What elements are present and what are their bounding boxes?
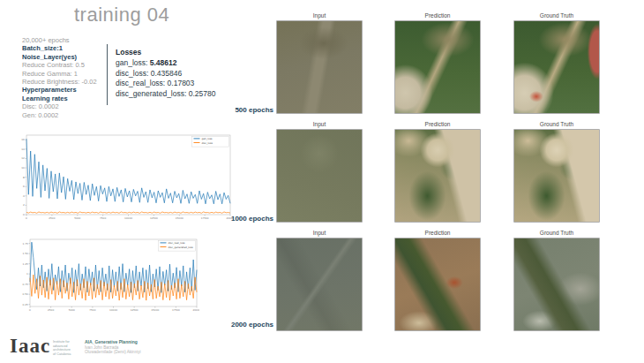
loss-value: 5.48612: [147, 58, 176, 67]
row-label-500-epochs: 500 epochs: [198, 106, 273, 114]
param-line: Noise_Layer(yes): [22, 53, 97, 61]
loss-line: disc_loss: 0.435846: [116, 69, 226, 79]
svg-text:6: 6: [23, 185, 25, 188]
column-header-ground-truth: Ground Truth: [514, 230, 599, 236]
slide-title: training 04: [74, 4, 169, 26]
institute-text: Institute foradvancedarchitectureof Cata…: [53, 340, 71, 356]
column-header-prediction: Prediction: [395, 121, 480, 127]
author-names: Ivan John BarzadaOluwademilade (Demi) Ak…: [85, 345, 141, 355]
loss-label: gan_loss:: [116, 58, 147, 67]
svg-text:12500: 12500: [131, 308, 139, 312]
gan-loss-chart-plot: 0246810121416025005000750010000125001500…: [16, 132, 233, 223]
loss-line: disc_generated_loss: 0.25780: [116, 89, 226, 100]
satellite-tile-2000-input: [277, 238, 362, 330]
loss-label: disc_generated_loss:: [116, 89, 186, 98]
svg-text:0: 0: [26, 216, 27, 220]
svg-text:0: 0: [29, 308, 31, 312]
svg-text:1: 1: [26, 272, 28, 276]
param-line: 20,000+ epochs: [22, 36, 97, 44]
svg-text:disc_loss: disc_loss: [202, 141, 213, 145]
svg-text:10: 10: [21, 166, 25, 170]
param-line: Batch_size:1: [22, 44, 97, 52]
svg-text:5000: 5000: [69, 308, 75, 312]
hyperparameter-list: 20,000+ epochsBatch_size:1Noise_Layer(ye…: [22, 36, 97, 119]
satellite-tile-1000-prediction: [395, 130, 480, 222]
gan-loss-chart: 0246810121416025005000750010000125001500…: [16, 132, 233, 223]
svg-text:10000: 10000: [109, 308, 117, 312]
losses-title: Losses: [116, 48, 226, 58]
disc-loss-chart-plot: 0.250.500.7511.251.501.75025005000750010…: [19, 236, 199, 314]
loss-value: 0.25780: [186, 89, 215, 98]
loss-value: 0.435846: [148, 69, 182, 78]
svg-text:10000: 10000: [124, 216, 132, 220]
loss-label: disc_loss:: [116, 69, 148, 78]
loss-value: 0.17803: [165, 79, 194, 87]
loss-label: disc_real_loss:: [116, 79, 165, 87]
disc-loss-chart: 0.250.500.7511.251.501.75025005000750010…: [19, 236, 199, 314]
loss-line: gan_loss: 5.48612: [116, 58, 226, 69]
svg-text:gan_loss: gan_loss: [202, 137, 213, 140]
svg-text:1.25: 1.25: [23, 262, 28, 266]
svg-text:17500: 17500: [172, 308, 180, 312]
satellite-tile-500-input: [277, 21, 362, 113]
svg-text:8: 8: [23, 176, 25, 179]
svg-text:7500: 7500: [89, 308, 95, 312]
svg-text:12: 12: [21, 156, 25, 160]
column-header-ground-truth: Ground Truth: [514, 12, 599, 19]
losses-box: Losses gan_loss: 5.48612disc_loss: 0.435…: [107, 44, 226, 105]
institute-line: of Catalonia: [53, 352, 71, 357]
satellite-tile-2000-prediction: [395, 238, 480, 330]
svg-text:2500: 2500: [49, 216, 55, 220]
svg-text:7500: 7500: [100, 216, 106, 220]
author-name: Oluwademilade (Demi) Akinniyi: [85, 350, 141, 355]
row-label-2000-epochs: 2000 epochs: [198, 321, 273, 329]
column-header-input: Input: [277, 230, 362, 236]
svg-text:20000: 20000: [193, 308, 199, 312]
svg-text:0.75: 0.75: [23, 283, 28, 286]
svg-text:12500: 12500: [150, 216, 158, 220]
svg-text:4: 4: [23, 194, 25, 198]
param-line: Hyperparameters: [22, 86, 97, 94]
satellite-tile-500-prediction: [395, 21, 480, 113]
svg-text:15000: 15000: [151, 308, 159, 312]
svg-text:1.75: 1.75: [23, 242, 28, 246]
row-label-1000-epochs: 1000 epochs: [198, 215, 273, 223]
svg-text:2500: 2500: [48, 308, 54, 312]
svg-text:16: 16: [21, 138, 25, 141]
losses-values: gan_loss: 5.48612disc_loss: 0.435846disc…: [116, 58, 226, 100]
param-line: Reduce Gamma: 1: [22, 70, 97, 78]
iaac-logo: Iaac: [10, 337, 50, 356]
svg-text:15000: 15000: [176, 216, 183, 220]
svg-text:1.50: 1.50: [23, 252, 28, 255]
param-line: Reduce Brightness: -0.02: [22, 78, 97, 86]
svg-text:2: 2: [23, 203, 25, 207]
column-header-prediction: Prediction: [395, 12, 480, 19]
param-line: Learning rates: [22, 95, 97, 102]
project-title: AIA_Generative Planning: [85, 340, 141, 345]
svg-text:14: 14: [21, 147, 25, 151]
param-line: Reduce Contrast: 0.5: [22, 61, 97, 69]
column-header-input: Input: [277, 12, 362, 19]
satellite-tile-2000-ground-truth: [514, 238, 599, 330]
svg-text:disc_generated_loss: disc_generated_loss: [168, 246, 194, 249]
param-line: Gen: 0.0002: [22, 111, 97, 119]
svg-text:0.25: 0.25: [23, 303, 28, 306]
project-credits: AIA_Generative Planning Ivan John Barzad…: [85, 340, 141, 355]
svg-text:5000: 5000: [74, 216, 80, 220]
satellite-tile-500-ground-truth: [514, 21, 599, 113]
svg-text:0.50: 0.50: [23, 292, 28, 296]
institute-line: Institute for: [53, 340, 71, 344]
column-header-ground-truth: Ground Truth: [514, 121, 599, 127]
satellite-tile-1000-input: [277, 130, 362, 222]
svg-text:disc_real_loss: disc_real_loss: [168, 241, 186, 245]
satellite-tile-1000-ground-truth: [514, 130, 599, 222]
svg-text:0: 0: [23, 213, 25, 216]
param-line: Disc: 0.0002: [22, 102, 97, 110]
column-header-input: Input: [277, 121, 362, 127]
presentation-slide: training 04 20,000+ epochsBatch_size:1No…: [0, 0, 644, 363]
column-header-prediction: Prediction: [395, 230, 480, 236]
loss-line: disc_real_loss: 0.17803: [116, 79, 226, 89]
